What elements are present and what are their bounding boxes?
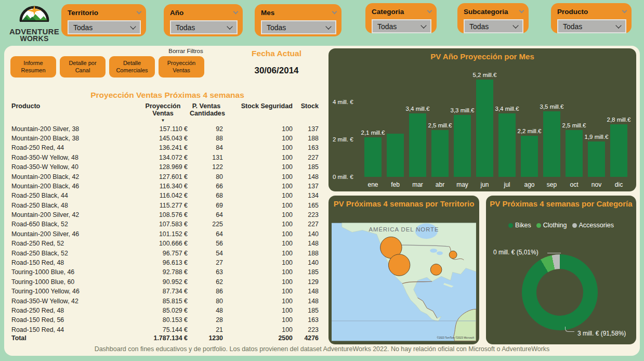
territory-bubble-southeast[interactable] bbox=[430, 264, 442, 275]
table-row[interactable]: Road-350-W Yellow, 48134.072 €131100227 bbox=[11, 152, 323, 162]
chevron-down-icon[interactable] bbox=[332, 9, 337, 14]
donut-callout-line bbox=[565, 327, 574, 332]
table-row[interactable]: Road-250 Black, 48115.277 €69100165 bbox=[11, 200, 323, 210]
chevron-down-icon[interactable] bbox=[427, 8, 432, 13]
legend-item-accessories[interactable]: Accessories bbox=[572, 222, 614, 229]
table-cell: 84 bbox=[190, 144, 223, 152]
legend-item-clothing[interactable]: Clothing bbox=[536, 222, 567, 229]
bar-chart-title: PV Año Proyección por Mes bbox=[328, 48, 636, 62]
chevron-down-icon bbox=[325, 23, 331, 29]
table-cell: 100.666 € bbox=[138, 239, 188, 248]
nav-detalle-comerciales-button[interactable]: Detalle Comerciales bbox=[109, 56, 155, 78]
table-cell: 85.815 € bbox=[138, 296, 188, 305]
y-tick-4: 4 mill. € bbox=[333, 99, 360, 105]
table-row[interactable]: Road-250 Black, 44116.042 €68100134 bbox=[11, 190, 323, 200]
table-row[interactable]: Road-150 Red, 4475.144 €21100223 bbox=[11, 325, 323, 334]
col-header-producto[interactable]: Producto bbox=[11, 102, 136, 110]
table-row[interactable]: Mountain-200 Black, 38145.043 €88100188 bbox=[11, 133, 323, 143]
table-header-row[interactable]: Producto Proyección Ventas▼ P. Ventas Ca… bbox=[11, 102, 323, 123]
slicer-mes-dropdown[interactable]: Todas bbox=[261, 20, 336, 34]
chevron-down-icon[interactable] bbox=[622, 8, 627, 13]
col-header-stock[interactable]: Stock bbox=[295, 102, 319, 110]
table-cell: Road-350-W Yellow, 48 bbox=[11, 153, 136, 162]
table-cell: 100 bbox=[225, 124, 293, 133]
table-cell: Road-250 Black, 52 bbox=[11, 249, 136, 257]
slicer-producto-dropdown[interactable]: Todas bbox=[557, 19, 626, 33]
table-row[interactable]: Road-150 Red, 4896.613 €27100140 bbox=[11, 257, 323, 267]
nav-informe-resumen-button[interactable]: Informe Resumen bbox=[10, 56, 56, 78]
x-tick-label: ene bbox=[364, 181, 383, 188]
nav-proyeccion-ventas-button[interactable]: Proyección Ventas bbox=[159, 56, 204, 78]
table-row[interactable]: Road-250 Red, 44136.241 €84100163 bbox=[11, 143, 323, 152]
table-row[interactable]: Road-350-W Yellow, 4285.815 €80100148 bbox=[11, 295, 323, 305]
chevron-down-icon[interactable] bbox=[233, 9, 239, 14]
table-row[interactable]: Road-250 Black, 5296.757 €54100188 bbox=[11, 248, 323, 257]
table-row[interactable]: Road-250 Red, 52100.666 €56100148 bbox=[11, 238, 323, 248]
bar-feb[interactable] bbox=[387, 134, 404, 177]
x-tick-label: nov bbox=[587, 181, 606, 188]
bar-data-label: 3,4 mill.€ bbox=[495, 106, 519, 112]
slicer-mes: Mes Todas bbox=[255, 4, 341, 36]
table-cell: 69 bbox=[190, 201, 223, 210]
chevron-down-icon bbox=[615, 22, 621, 28]
table-cell: 115.277 € bbox=[138, 201, 188, 210]
bar-sep[interactable] bbox=[543, 111, 560, 177]
bar-ago[interactable] bbox=[521, 136, 538, 177]
col-header-stock-seguridad[interactable]: Stock Seguridad bbox=[225, 102, 293, 110]
table-cell: Road-250 Red, 48 bbox=[11, 306, 136, 315]
bar-mar[interactable] bbox=[409, 113, 426, 177]
table-cell: 62 bbox=[190, 278, 223, 286]
table-row[interactable]: Touring-1000 Blue, 4692.788 €63100185 bbox=[11, 267, 323, 276]
bar-may[interactable] bbox=[454, 115, 471, 177]
table-cell: Mountain-200 Black, 38 bbox=[11, 134, 136, 143]
bar-oct[interactable] bbox=[566, 130, 583, 177]
bar-column: 1,9 mill.€ bbox=[587, 134, 606, 177]
table-row[interactable]: Road-150 Red, 5680.153 €28100163 bbox=[11, 315, 323, 324]
table-cell: 223 bbox=[295, 211, 319, 219]
table-cell: 148 bbox=[295, 287, 319, 295]
map-great-lakes bbox=[437, 251, 443, 255]
slicer-categoria-dropdown[interactable]: Todas bbox=[372, 19, 431, 33]
nav-detalle-canal-button[interactable]: Detalle por Canal bbox=[60, 56, 106, 78]
slicer-ano-dropdown[interactable]: Todas bbox=[170, 20, 238, 34]
bar-jul[interactable] bbox=[498, 113, 516, 177]
legend-item-bikes[interactable]: Bikes bbox=[508, 222, 531, 229]
x-tick-label: sep bbox=[543, 181, 561, 188]
bar-ene[interactable] bbox=[364, 137, 382, 177]
bar-abr[interactable] bbox=[431, 130, 449, 177]
col-header-proyeccion-ventas[interactable]: Proyección Ventas▼ bbox=[138, 102, 188, 123]
table-cell: 100 bbox=[225, 201, 293, 210]
x-tick-label: mar bbox=[409, 181, 427, 188]
territory-map[interactable]: AMÉRICA DEL NORTE ©2023 TomTom ©2023 Mic… bbox=[332, 223, 476, 341]
table-cell: 64 bbox=[190, 211, 223, 219]
table-row[interactable]: Mountain-200 Black, 42127.601 €80100148 bbox=[11, 171, 323, 180]
table-row[interactable]: Road-250 Red, 4885.029 €48100185 bbox=[11, 305, 323, 315]
slicer-territorio: Territorio Todas bbox=[61, 4, 146, 36]
chevron-down-icon[interactable] bbox=[519, 8, 524, 13]
territory-bubble-northeast[interactable] bbox=[449, 251, 457, 259]
table-row[interactable]: Mountain-200 Silver, 38157.110 €92100137 bbox=[11, 123, 323, 133]
bar-column bbox=[386, 134, 405, 177]
table-row[interactable]: Touring-1000 Blue, 6090.952 €62100129 bbox=[11, 277, 323, 286]
territory-bubble-southwest[interactable] bbox=[388, 254, 410, 276]
map-panel: PV Próximas 4 semanas por Territorio AMÉ… bbox=[328, 196, 479, 344]
chevron-down-icon bbox=[227, 23, 232, 29]
col-header-pventas-cantidades[interactable]: P. Ventas Cantidades bbox=[190, 102, 223, 118]
clear-filters-button[interactable]: Borrar Filtros bbox=[159, 48, 213, 54]
chevron-down-icon[interactable] bbox=[137, 9, 142, 14]
bar-nov[interactable] bbox=[588, 141, 605, 177]
table-row[interactable]: Mountain-200 Black, 46116.340 €66100137 bbox=[11, 181, 323, 190]
table-row[interactable]: Mountain-200 Silver, 46101.152 €64100140 bbox=[11, 229, 323, 238]
table-cell: 185 bbox=[295, 306, 319, 315]
bar-jun[interactable] bbox=[476, 80, 493, 177]
table-row[interactable]: Road-350-W Yellow, 40128.969 €122100185 bbox=[11, 162, 323, 171]
slicer-subcategoria-dropdown[interactable]: Todas bbox=[464, 19, 523, 33]
table-row[interactable]: Touring-1000 Yellow, 4687.734 €86100148 bbox=[11, 286, 323, 295]
map-title: PV Próximas 4 semanas por Territorio bbox=[328, 196, 479, 209]
table-row[interactable]: Mountain-200 Silver, 42108.576 €64100223 bbox=[11, 210, 323, 219]
slicer-territorio-dropdown[interactable]: Todas bbox=[68, 20, 141, 34]
bar-dic[interactable] bbox=[610, 124, 627, 177]
table-row[interactable]: Road-650 Black, 52107.583 €225100227 bbox=[11, 219, 323, 228]
table-cell: 100 bbox=[225, 134, 293, 143]
table-cell: 100 bbox=[225, 259, 293, 267]
